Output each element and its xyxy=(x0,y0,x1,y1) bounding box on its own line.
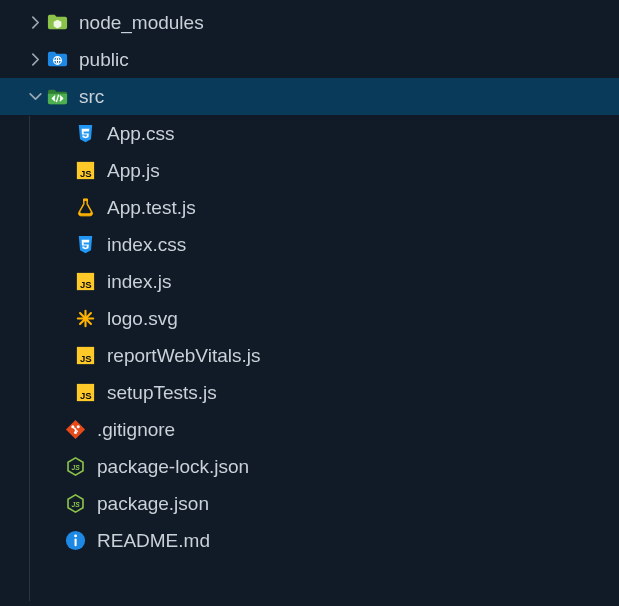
svg-text:JS: JS xyxy=(80,353,92,364)
node-json-icon: JS xyxy=(64,492,87,515)
item-label: public xyxy=(79,49,129,71)
folder-node_modules[interactable]: node_modules xyxy=(0,4,619,41)
item-label: package-lock.json xyxy=(97,456,249,478)
svg-text:JS: JS xyxy=(71,464,80,471)
item-label: App.css xyxy=(107,123,175,145)
file-package-json[interactable]: JSpackage.json xyxy=(0,485,619,522)
chevron-right-icon[interactable] xyxy=(24,51,46,68)
folder-node-icon xyxy=(46,11,69,34)
item-label: .gitignore xyxy=(97,419,175,441)
file-package-lock-json[interactable]: JSpackage-lock.json xyxy=(0,448,619,485)
chevron-right-icon[interactable] xyxy=(24,14,46,31)
file-App-css[interactable]: App.css xyxy=(0,115,619,152)
item-label: package.json xyxy=(97,493,209,515)
svg-text:JS: JS xyxy=(71,501,80,508)
item-label: README.md xyxy=(97,530,210,552)
item-label: setupTests.js xyxy=(107,382,217,404)
svg-text:JS: JS xyxy=(80,279,92,290)
js-icon: JS xyxy=(74,381,97,404)
file-logo-svg[interactable]: logo.svg xyxy=(0,300,619,337)
item-label: reportWebVitals.js xyxy=(107,345,260,367)
test-icon xyxy=(74,196,97,219)
item-label: src xyxy=(79,86,104,108)
file-App-js[interactable]: JSApp.js xyxy=(0,152,619,189)
svg-text:JS: JS xyxy=(80,390,92,401)
node-json-icon: JS xyxy=(64,455,87,478)
svg-text:JS: JS xyxy=(80,168,92,179)
folder-src[interactable]: src xyxy=(0,78,619,115)
item-label: App.test.js xyxy=(107,197,196,219)
file--gitignore[interactable]: .gitignore xyxy=(0,411,619,448)
file-App-test-js[interactable]: App.test.js xyxy=(0,189,619,226)
svg-point-21 xyxy=(74,534,77,537)
folder-public[interactable]: public xyxy=(0,41,619,78)
file-setupTests-js[interactable]: JSsetupTests.js xyxy=(0,374,619,411)
svg-rect-20 xyxy=(75,539,77,547)
file-README-md[interactable]: README.md xyxy=(0,522,619,559)
folder-public-icon xyxy=(46,48,69,71)
item-label: node_modules xyxy=(79,12,204,34)
js-icon: JS xyxy=(74,270,97,293)
readme-icon xyxy=(64,529,87,552)
folder-src-icon xyxy=(46,85,69,108)
file-reportWebVitals-js[interactable]: JSreportWebVitals.js xyxy=(0,337,619,374)
file-explorer: node_modulespublicsrcApp.cssJSApp.jsApp.… xyxy=(0,0,619,559)
file-index-css[interactable]: index.css xyxy=(0,226,619,263)
item-label: logo.svg xyxy=(107,308,178,330)
svg-icon xyxy=(74,307,97,330)
file-index-js[interactable]: JSindex.js xyxy=(0,263,619,300)
item-label: index.js xyxy=(107,271,171,293)
js-icon: JS xyxy=(74,159,97,182)
svg-point-15 xyxy=(77,425,80,428)
chevron-down-icon[interactable] xyxy=(24,88,46,105)
item-label: index.css xyxy=(107,234,186,256)
js-icon: JS xyxy=(74,344,97,367)
css-icon xyxy=(74,122,97,145)
css-icon xyxy=(74,233,97,256)
git-icon xyxy=(64,418,87,441)
item-label: App.js xyxy=(107,160,160,182)
